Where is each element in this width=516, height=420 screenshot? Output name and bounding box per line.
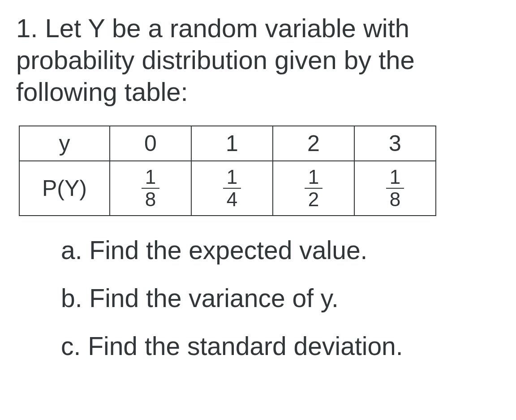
fraction: 1 4 [223, 167, 241, 209]
y-value-3: 3 [354, 126, 436, 161]
fraction-denominator: 4 [223, 189, 241, 209]
p-value-2: 1 2 [273, 161, 354, 216]
subpart-a: a. Find the expected value. [61, 238, 500, 263]
y-value-0: 0 [110, 126, 191, 161]
fraction-numerator: 1 [223, 167, 241, 189]
fraction-numerator: 1 [305, 167, 322, 189]
problem-intro: 1. Let Y be a random variable with proba… [16, 13, 500, 108]
table-row: P(Y) 1 8 1 4 1 2 1 [19, 161, 436, 216]
fraction-denominator: 2 [305, 189, 322, 209]
y-value-2: 2 [273, 126, 354, 161]
subpart-c: c. Find the standard deviation. [61, 333, 500, 359]
row-label-py: P(Y) [19, 161, 110, 216]
fraction-numerator: 1 [142, 167, 159, 189]
subparts: a. Find the expected value. b. Find the … [16, 238, 500, 359]
page: 1. Let Y be a random variable with proba… [0, 0, 516, 399]
fraction: 1 8 [142, 167, 159, 209]
fraction-numerator: 1 [386, 167, 404, 189]
subpart-b: b. Find the variance of y. [61, 286, 500, 311]
p-value-0: 1 8 [110, 161, 191, 216]
row-label-y: y [19, 126, 110, 161]
fraction: 1 2 [305, 167, 322, 209]
fraction-denominator: 8 [142, 189, 159, 209]
p-value-1: 1 4 [191, 161, 273, 216]
y-value-1: 1 [191, 126, 273, 161]
table-row: y 0 1 2 3 [19, 126, 436, 161]
p-value-3: 1 8 [354, 161, 436, 216]
fraction: 1 8 [386, 167, 404, 209]
distribution-table: y 0 1 2 3 P(Y) 1 8 1 4 1 [19, 126, 436, 216]
fraction-denominator: 8 [386, 189, 404, 209]
